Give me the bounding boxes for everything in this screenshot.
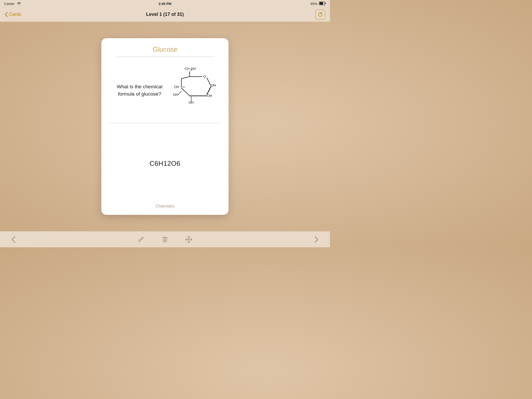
- question-text: What is the chemical formula of glucose?: [114, 83, 166, 98]
- prev-button[interactable]: [8, 234, 19, 245]
- bottom-bar: [0, 231, 330, 247]
- svg-text:OH: OH: [174, 85, 179, 89]
- svg-text:O: O: [203, 75, 206, 78]
- nav-bar: Cards Level 1 (17 of 31): [0, 7, 330, 22]
- svg-rect-2: [320, 2, 323, 5]
- status-left: Carrier: [4, 2, 21, 6]
- main-content: Glucose What is the chemical formula of …: [0, 22, 330, 231]
- bottom-center-icons: [135, 234, 195, 245]
- card-answer-area: C6H12O6: [101, 123, 229, 201]
- refresh-button[interactable]: [315, 10, 325, 19]
- status-bar: Carrier 2:45 PM 65%: [0, 0, 330, 7]
- svg-text:OH: OH: [173, 93, 178, 97]
- answer-text: C6H12O6: [149, 159, 180, 168]
- carrier-label: Carrier: [4, 2, 15, 6]
- nav-title: Level 1 (17 of 31): [146, 12, 184, 17]
- svg-text:OH: OH: [191, 67, 196, 71]
- card-category: Chemistry: [156, 201, 174, 209]
- svg-line-12: [207, 86, 211, 94]
- wifi-icon: [17, 2, 21, 6]
- svg-line-23: [178, 91, 181, 95]
- svg-line-9: [207, 78, 211, 85]
- status-right: 65%: [311, 2, 326, 6]
- svg-line-17: [181, 88, 190, 96]
- glucose-molecule: CH 2 OH O OH: [168, 65, 216, 116]
- flashcard[interactable]: Glucose What is the chemical formula of …: [101, 38, 229, 215]
- svg-rect-1: [325, 3, 326, 4]
- back-button[interactable]: Cards: [5, 12, 21, 17]
- move-button[interactable]: [183, 234, 195, 245]
- svg-text:OH: OH: [211, 83, 216, 87]
- svg-text:CH: CH: [184, 67, 189, 71]
- card-title: Glucose: [152, 45, 177, 54]
- next-button[interactable]: [311, 234, 322, 245]
- card-question-area: What is the chemical formula of glucose?…: [101, 57, 229, 123]
- battery-icon: [319, 2, 326, 6]
- svg-line-21: [181, 77, 190, 79]
- battery-percent: 65%: [311, 2, 317, 6]
- delete-button[interactable]: [159, 234, 171, 245]
- svg-text:OH: OH: [207, 94, 212, 98]
- back-label: Cards: [9, 12, 21, 17]
- status-time: 2:45 PM: [158, 2, 171, 6]
- edit-button[interactable]: [135, 234, 147, 245]
